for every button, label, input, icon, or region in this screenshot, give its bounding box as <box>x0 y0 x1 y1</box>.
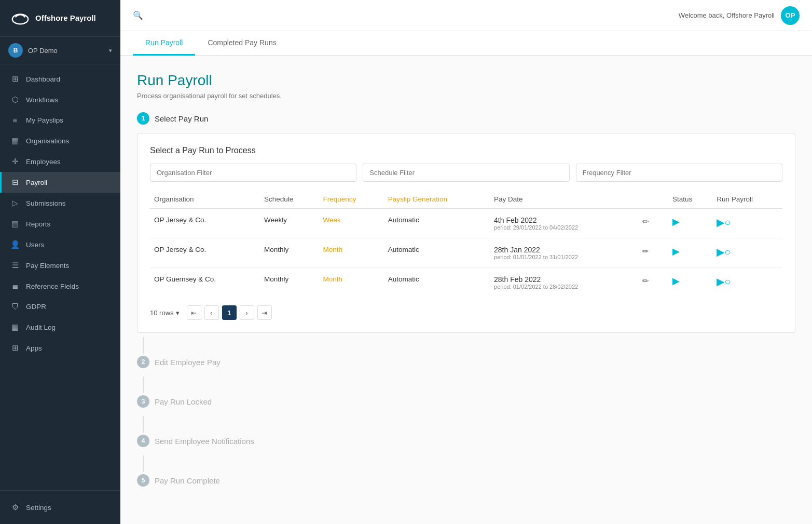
step-4-badge: 4 <box>137 435 149 447</box>
step-4-label: Send Employee Notifications <box>155 437 254 446</box>
sidebar-item-apps[interactable]: ⊞ Apps <box>0 338 120 358</box>
row-2-frequency: Month <box>319 268 384 298</box>
sidebar-item-organisations[interactable]: ▦ Organisations <box>0 130 120 151</box>
pay-elements-icon: ☰ <box>10 261 20 270</box>
pay-run-table-wrap: Organisation Schedule Frequency Payslip … <box>150 190 782 297</box>
filters-row <box>150 164 782 182</box>
topbar: 🔍 Welcome back, Offshore Payroll OP <box>120 0 812 31</box>
workflows-icon: ⬡ <box>10 95 20 104</box>
apps-icon: ⊞ <box>10 343 20 353</box>
step-1-label: Select Pay Run <box>155 114 208 123</box>
sidebar-logo: Offshore Payroll <box>0 0 120 37</box>
chevron-down-icon: ▾ <box>109 47 112 54</box>
table-body: OP Jersey & Co. Weekly Week Automatic 4t… <box>150 209 782 298</box>
step-2-row: 2 Edit Employee Pay <box>137 356 795 368</box>
sidebar-item-payroll[interactable]: ⊟ Payroll <box>0 172 120 193</box>
payroll-icon: ⊟ <box>10 178 20 187</box>
col-organisation: Organisation <box>150 190 260 209</box>
pay-run-table: Organisation Schedule Frequency Payslip … <box>150 190 782 297</box>
sidebar-item-reference-fields[interactable]: ≣ Reference Fields <box>0 276 120 297</box>
sidebar-item-dashboard[interactable]: ⊞ Dashboard <box>0 69 120 89</box>
row-1-pay-date: 28th Jan 2022 period: 01/01/2022 to 31/0… <box>490 238 635 268</box>
organisation-filter-input[interactable] <box>150 164 356 182</box>
row-1-organisation: OP Jersey & Co. <box>150 238 260 268</box>
table-header-row: Organisation Schedule Frequency Payslip … <box>150 190 782 209</box>
sidebar-item-gdpr[interactable]: ⛉ GDPR <box>0 297 120 317</box>
step-3-badge: 3 <box>137 395 149 408</box>
sidebar-item-reports-label: Reports <box>26 220 50 228</box>
step-4-row: 4 Send Employee Notifications <box>137 435 795 447</box>
sidebar-item-settings[interactable]: ⚙ Settings <box>0 497 120 518</box>
sidebar-item-pay-elements[interactable]: ☰ Pay Elements <box>0 255 120 276</box>
reports-icon: ▤ <box>10 219 20 229</box>
next-page-button[interactable]: › <box>240 305 254 320</box>
sidebar-item-audit-log[interactable]: ▦ Audit Log <box>0 317 120 338</box>
search-area[interactable]: 🔍 <box>133 10 143 20</box>
page-content: Run Payroll Process organisational payro… <box>120 56 812 524</box>
rows-per-page-selector[interactable]: 10 rows ▾ <box>150 309 180 317</box>
prev-page-button[interactable]: ‹ <box>204 305 219 320</box>
frequency-filter-input[interactable] <box>576 164 782 182</box>
row-2-pay-date: 28th Feb 2022 period: 01/02/2022 to 28/0… <box>490 268 635 298</box>
tab-completed-pay-runs[interactable]: Completed Pay Runs <box>195 31 288 56</box>
row-1-status-cell: ▶ <box>668 238 712 268</box>
audit-log-icon: ▦ <box>10 323 20 332</box>
sidebar-item-workflows-label: Workflows <box>26 96 58 104</box>
col-payslip-generation: Payslip Generation <box>384 190 490 209</box>
step-2-label: Edit Employee Pay <box>155 358 221 367</box>
sidebar-item-employees[interactable]: ✛ Employees <box>0 151 120 172</box>
my-payslips-icon: ≡ <box>10 116 20 125</box>
sidebar-item-organisations-label: Organisations <box>26 137 69 145</box>
sidebar-item-gdpr-label: GDPR <box>26 303 46 311</box>
user-avatar[interactable]: OP <box>781 6 800 25</box>
row-2-status-cell: ▶ <box>668 268 712 298</box>
col-schedule: Schedule <box>260 190 319 209</box>
page-title: Run Payroll <box>137 72 795 89</box>
sidebar-item-my-payslips[interactable]: ≡ My Payslips <box>0 110 120 130</box>
row-2-status-play-icon[interactable]: ▶ <box>672 276 680 286</box>
schedule-filter-input[interactable] <box>363 164 569 182</box>
col-pay-date: Pay Date <box>490 190 635 209</box>
sidebar-item-workflows[interactable]: ⬡ Workflows <box>0 89 120 110</box>
row-1-run-button[interactable]: ▶○ <box>717 246 731 258</box>
row-1-run-cell: ▶○ <box>712 238 782 268</box>
last-page-button[interactable]: ⇥ <box>257 305 272 320</box>
sidebar-item-settings-label: Settings <box>26 504 51 512</box>
welcome-text: Welcome back, Offshore Payroll <box>679 11 775 19</box>
employees-icon: ✛ <box>10 157 20 166</box>
row-0-edit-button[interactable]: ✏ <box>639 216 652 227</box>
step-5-badge: 5 <box>137 474 149 487</box>
step-2-badge: 2 <box>137 356 149 368</box>
first-page-button[interactable]: ⇤ <box>187 305 201 320</box>
logo-icon <box>10 8 30 28</box>
sidebar-item-reports[interactable]: ▤ Reports <box>0 213 120 234</box>
tab-run-payroll[interactable]: Run Payroll <box>133 31 195 56</box>
gear-icon: ⚙ <box>10 503 20 512</box>
step-connector-1-2 <box>143 337 144 354</box>
col-edit-spacer <box>635 190 668 209</box>
row-2-payslip-generation: Automatic <box>384 268 490 298</box>
org-avatar: B <box>8 43 23 58</box>
org-selector[interactable]: B OP Demo ▾ <box>0 37 120 64</box>
row-1-edit-button[interactable]: ✏ <box>639 246 652 257</box>
sidebar-item-submissions[interactable]: ▷ Submissions <box>0 193 120 213</box>
row-2-run-button[interactable]: ▶○ <box>717 275 731 288</box>
sidebar-item-reference-fields-label: Reference Fields <box>26 283 79 290</box>
col-status: Status <box>668 190 712 209</box>
row-0-edit-cell: ✏ <box>635 209 668 238</box>
row-1-status-play-icon[interactable]: ▶ <box>672 246 680 257</box>
sidebar-item-submissions-label: Submissions <box>26 199 66 207</box>
row-2-edit-button[interactable]: ✏ <box>639 275 652 287</box>
sidebar-item-pay-elements-label: Pay Elements <box>26 262 69 270</box>
step-5-label: Pay Run Complete <box>155 476 220 485</box>
row-0-run-button[interactable]: ▶○ <box>717 216 731 229</box>
table-row: OP Guernsey & Co. Monthly Month Automati… <box>150 268 782 298</box>
row-0-status-play-icon[interactable]: ▶ <box>672 217 680 227</box>
current-page-button[interactable]: 1 <box>222 305 237 320</box>
sidebar-nav: ⊞ Dashboard ⬡ Workflows ≡ My Payslips ▦ … <box>0 64 120 490</box>
step-1-badge: 1 <box>137 112 149 125</box>
step-connector-3-4 <box>143 416 144 433</box>
sidebar-item-users[interactable]: 👤 Users <box>0 234 120 255</box>
dashboard-icon: ⊞ <box>10 74 20 84</box>
step-1-row: 1 Select Pay Run <box>137 112 795 125</box>
